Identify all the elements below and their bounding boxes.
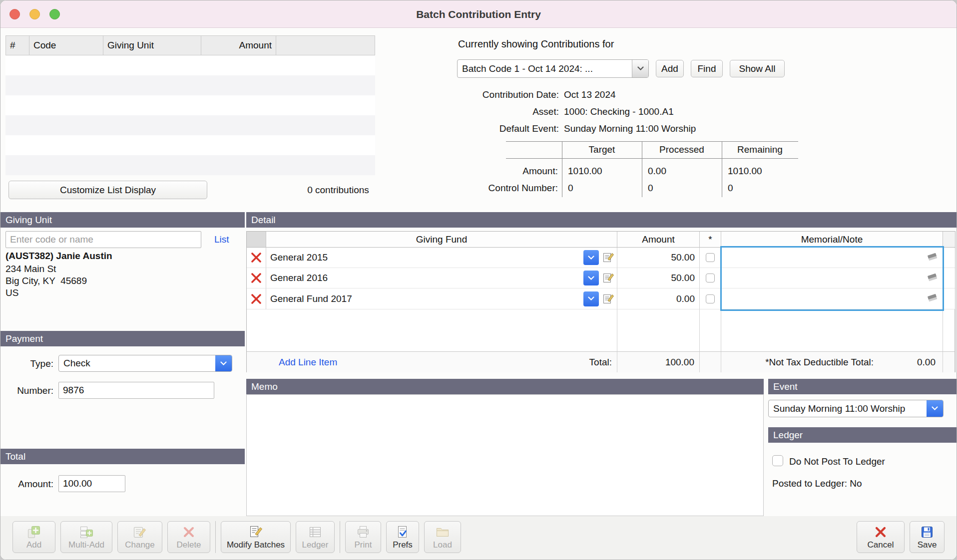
payment-section-header: Payment: [0, 331, 245, 346]
chevron-down-icon: [632, 60, 648, 77]
summary-col-target: Target: [562, 141, 642, 158]
load-button[interactable]: Load: [424, 521, 461, 553]
column-header-blank: [276, 36, 375, 55]
payment-type-select[interactable]: Check: [58, 355, 232, 372]
load-folder-icon: [435, 525, 450, 540]
delete-line-button[interactable]: [247, 248, 266, 268]
giving-fund-select[interactable]: General Fund 2017: [266, 288, 617, 309]
close-button[interactable]: [9, 9, 20, 19]
memo-input[interactable]: [246, 394, 764, 516]
detail-header-star: *: [700, 232, 721, 248]
zoom-button[interactable]: [49, 9, 60, 19]
memorial-cell[interactable]: [721, 288, 943, 309]
batch-select[interactable]: Batch Code 1 - Oct 14 2024: ...: [457, 59, 649, 78]
giving-fund-select[interactable]: General 2015: [266, 248, 617, 268]
ledger-icon: [308, 525, 323, 540]
total-section-header: Total: [0, 449, 245, 464]
add-line-item-link[interactable]: Add Line Item: [279, 357, 337, 368]
detail-empty-area: [721, 309, 943, 352]
eraser-icon[interactable]: [926, 251, 939, 265]
memorial-cell[interactable]: [721, 268, 943, 288]
not-tax-deductible-total: *Not Tax Deductible Total: 0.00: [721, 352, 943, 372]
change-icon: [132, 525, 147, 540]
amount-cell[interactable]: 50.00: [617, 268, 700, 288]
total-amount-input[interactable]: [58, 475, 125, 492]
column-header-number: #: [6, 36, 29, 55]
detail-header-memorial: Memorial/Note: [721, 232, 943, 248]
add-icon: [26, 525, 41, 540]
modify-batches-button[interactable]: Modify Batches: [221, 521, 291, 553]
multi-add-button[interactable]: Multi-Add: [60, 521, 112, 553]
ledger-button[interactable]: Ledger: [296, 521, 335, 553]
payment-type-value: Check: [59, 358, 215, 369]
batch-find-button[interactable]: Find: [691, 60, 723, 77]
toolbar-separator: [340, 521, 340, 553]
giving-fund-select[interactable]: General 2016: [266, 268, 617, 288]
chevron-down-icon[interactable]: [583, 250, 599, 265]
total-amount-label: Amount:: [0, 479, 53, 490]
ledger-section-header: Ledger: [768, 427, 957, 443]
detail-scrollbar-track: [943, 248, 955, 268]
chevron-down-icon[interactable]: [583, 291, 599, 306]
not-tax-deductible-checkbox[interactable]: [706, 294, 715, 303]
delete-line-button[interactable]: [247, 288, 266, 309]
batch-show-all-button[interactable]: Show All: [730, 60, 785, 77]
payment-number-input[interactable]: [58, 382, 214, 399]
default-event-value: Sunday Morning 11:00 Worship: [564, 122, 696, 135]
delete-line-button[interactable]: [247, 268, 266, 288]
fund-note-icon[interactable]: [601, 271, 615, 285]
memo-section-header: Memo: [246, 379, 764, 394]
modify-batches-icon: [248, 525, 263, 540]
cancel-button[interactable]: Cancel: [857, 521, 905, 553]
detail-totals-row: Add Line Item Total:: [247, 352, 617, 372]
chevron-down-icon: [927, 400, 943, 417]
detail-totals-row: [700, 352, 721, 372]
batch-add-button[interactable]: Add: [656, 60, 684, 77]
cancel-x-icon: [873, 525, 888, 540]
detail-scrollbar-track[interactable]: [943, 232, 955, 248]
chevron-down-icon[interactable]: [583, 271, 599, 285]
customize-list-display-button[interactable]: Customize List Display: [8, 181, 207, 199]
fund-note-icon[interactable]: [601, 251, 615, 265]
eraser-icon[interactable]: [926, 272, 939, 285]
not-tax-deductible-checkbox[interactable]: [706, 253, 715, 262]
giving-unit-search-input[interactable]: [5, 231, 201, 248]
fund-note-icon[interactable]: [601, 292, 615, 306]
default-event-label: Default Event:: [380, 122, 559, 135]
amount-cell[interactable]: 50.00: [617, 248, 700, 268]
delete-x-icon: [250, 252, 262, 264]
event-section-header: Event: [768, 379, 957, 394]
event-select[interactable]: Sunday Morning 11:00 Worship: [768, 400, 944, 417]
not-tax-deductible-checkbox[interactable]: [706, 274, 715, 282]
payment-number-label: Number:: [0, 385, 53, 396]
batch-contribution-entry-window: Batch Contribution Entry # Code Giving U…: [0, 0, 957, 560]
summary-col-remaining: Remaining: [722, 141, 798, 158]
contributions-count: 0 contributions: [278, 181, 398, 199]
save-button[interactable]: Save: [910, 521, 945, 553]
eraser-icon[interactable]: [926, 292, 939, 305]
save-disk-icon: [920, 525, 935, 540]
titlebar: Batch Contribution Entry: [0, 0, 957, 28]
minimize-button[interactable]: [29, 9, 40, 19]
contributions-list-body: [5, 55, 375, 175]
summary-control-processed: 0: [648, 181, 653, 195]
detail-empty-area: [247, 309, 617, 352]
do-not-post-checkbox[interactable]: [772, 455, 783, 466]
bottom-toolbar: Add Multi-Add Change Delete: [0, 516, 957, 560]
memorial-cell[interactable]: [721, 248, 943, 268]
asset-label: Asset:: [380, 105, 559, 118]
detail-total-value: 100.00: [617, 352, 700, 372]
delete-button[interactable]: Delete: [167, 521, 210, 553]
do-not-post-label: Do Not Post To Ledger: [789, 456, 885, 467]
add-button[interactable]: Add: [12, 521, 55, 553]
detail-section-header: Detail: [246, 212, 957, 228]
print-button[interactable]: Print: [345, 521, 381, 553]
change-button[interactable]: Change: [117, 521, 162, 553]
prefs-button[interactable]: Prefs: [386, 521, 419, 553]
detail-header-delete: [247, 232, 266, 248]
summary-control-target: 0: [568, 181, 573, 195]
giving-unit-address-line2: Big City, KY 45689: [5, 276, 87, 286]
column-header-code: Code: [29, 36, 103, 55]
amount-cell[interactable]: 0.00: [617, 288, 700, 309]
giving-unit-list-link[interactable]: List: [214, 234, 229, 245]
